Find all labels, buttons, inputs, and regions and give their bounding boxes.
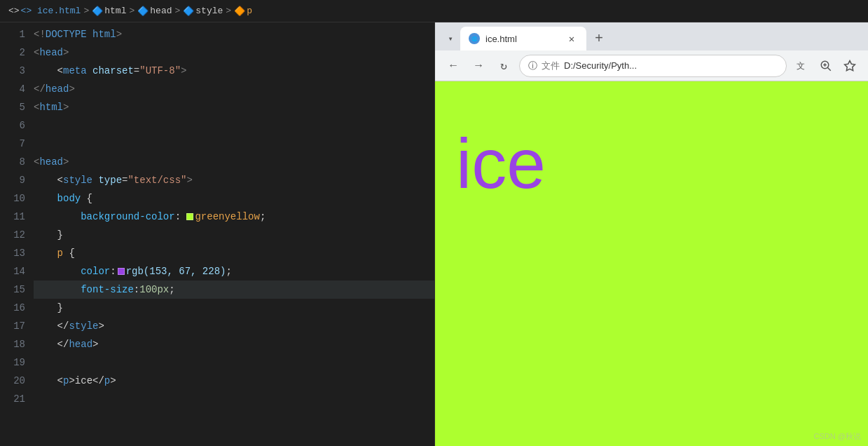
tok: html xyxy=(39,98,63,116)
tok: < xyxy=(34,372,63,390)
breadcrumb-sep3: > xyxy=(175,6,181,16)
tok xyxy=(87,25,92,43)
tok: p xyxy=(63,372,69,390)
tok: head xyxy=(39,43,63,62)
ln-7: 7 xyxy=(0,135,25,153)
breadcrumb-file[interactable]: <> ice.html xyxy=(21,6,81,16)
tab-dropdown-button[interactable]: ▾ xyxy=(441,29,460,48)
tok: > xyxy=(98,317,104,335)
breadcrumb-sep1: > xyxy=(83,6,89,16)
reload-button[interactable]: ↻ xyxy=(494,56,514,76)
code-line-17: </style> xyxy=(34,317,434,335)
tok xyxy=(34,208,81,226)
tok: "UTF-8" xyxy=(139,62,181,80)
browser-toolbar: ← → ↻ ⓘ 文件 D:/Security/Pyth... 文 xyxy=(435,50,868,81)
tok: } xyxy=(34,226,63,244)
tok: </ xyxy=(34,317,69,335)
tok: : xyxy=(134,281,139,299)
browser-pane: ▾ 🌐 ice.html ✕ + ← → ↻ ⓘ 文件 D:/Secu xyxy=(434,22,868,446)
tok: <! xyxy=(34,25,46,43)
p-icon: 🔶 xyxy=(234,6,245,17)
translate-button[interactable]: 文 xyxy=(792,56,812,76)
tok: </ xyxy=(34,335,69,353)
breadcrumb-style[interactable]: style xyxy=(195,6,223,16)
tok: type xyxy=(98,171,122,189)
tok: > xyxy=(181,62,186,80)
code-line-16: } xyxy=(34,299,434,317)
browser-tab-active[interactable]: 🌐 ice.html ✕ xyxy=(460,27,586,50)
ln-3: 3 xyxy=(0,62,25,80)
back-button[interactable]: ← xyxy=(443,56,463,76)
editor-pane: 1 2 3 4 5 6 7 8 9 10 11 12 13 14 15 16 1… xyxy=(0,22,434,446)
tok xyxy=(34,262,81,281)
tok: < xyxy=(34,153,39,171)
ln-19: 19 xyxy=(0,353,25,372)
ln-18: 18 xyxy=(0,335,25,353)
tok: ; xyxy=(226,262,231,281)
ln-8: 8 xyxy=(0,153,25,171)
ln-21: 21 xyxy=(0,390,25,408)
ln-1: 1 xyxy=(0,25,25,43)
code-lines[interactable]: <!DOCTYPE html> <head> <meta charset="UT… xyxy=(34,22,434,446)
ln-16: 16 xyxy=(0,299,25,317)
code-line-9: <style type="text/css"> xyxy=(34,171,434,189)
tok: p xyxy=(34,244,63,262)
tab-close-button[interactable]: ✕ xyxy=(565,32,578,45)
toolbar-icons: 文 xyxy=(792,56,860,76)
code-line-1: <!DOCTYPE html> xyxy=(34,25,434,43)
code-line-15: font-size:100px; xyxy=(34,281,434,299)
tok: < xyxy=(34,171,63,189)
tok: < xyxy=(34,98,39,116)
address-label: 文件 xyxy=(542,60,560,72)
ln-5: 5 xyxy=(0,98,25,116)
new-tab-button[interactable]: + xyxy=(589,29,609,48)
tok: style xyxy=(63,171,92,189)
tab-title: ice.html xyxy=(485,34,560,44)
tok: p xyxy=(104,372,110,390)
file-icon: <> xyxy=(8,6,20,16)
tok: : xyxy=(175,208,181,226)
code-line-14: color:rgb(153, 67, 228); xyxy=(34,262,434,281)
tok: > xyxy=(69,80,74,98)
ln-14: 14 xyxy=(0,262,25,281)
ln-20: 20 xyxy=(0,372,25,390)
ln-13: 13 xyxy=(0,244,25,262)
bookmark-button[interactable] xyxy=(840,56,860,76)
tok: meta xyxy=(63,62,87,80)
code-line-13: p { xyxy=(34,244,434,262)
tok xyxy=(92,171,98,189)
html-icon: 🔷 xyxy=(92,6,103,17)
head-icon: 🔷 xyxy=(137,6,149,17)
tok: rgb(153, 67, 228) xyxy=(126,262,226,281)
forward-button[interactable]: → xyxy=(469,56,488,76)
browser-tabs: ▾ 🌐 ice.html ✕ + xyxy=(435,22,868,50)
color-swatch-greenyellow xyxy=(186,213,193,220)
breadcrumb-html[interactable]: html xyxy=(104,6,126,16)
svg-text:🌐: 🌐 xyxy=(471,36,478,42)
breadcrumb-head[interactable]: head xyxy=(150,6,172,16)
tok: head xyxy=(69,335,92,353)
code-line-10: body { xyxy=(34,189,434,208)
tok: background-color xyxy=(81,208,174,226)
tok: </ xyxy=(34,80,46,98)
tok: ; xyxy=(169,281,174,299)
tok xyxy=(181,208,186,226)
code-line-6 xyxy=(34,116,434,135)
address-bar[interactable]: ⓘ 文件 D:/Security/Pyth... xyxy=(519,55,787,77)
breadcrumb-sep4: > xyxy=(226,6,231,16)
style-icon: 🔷 xyxy=(183,6,194,17)
tok: > xyxy=(63,98,69,116)
tok: > xyxy=(92,335,98,353)
breadcrumb-p[interactable]: p xyxy=(247,6,252,16)
browser-content-ice: ice xyxy=(456,123,546,204)
tok: "text/css" xyxy=(128,171,186,189)
tok: charset xyxy=(92,62,134,80)
code-line-2: <head> xyxy=(34,43,434,62)
ln-17: 17 xyxy=(0,317,25,335)
zoom-button[interactable] xyxy=(816,56,836,76)
code-line-3: <meta charset="UTF-8"> xyxy=(34,62,434,80)
main-area: 1 2 3 4 5 6 7 8 9 10 11 12 13 14 15 16 1… xyxy=(0,22,868,446)
ln-12: 12 xyxy=(0,226,25,244)
address-text: D:/Security/Pyth... xyxy=(564,60,637,71)
tab-favicon: 🌐 xyxy=(469,33,480,44)
